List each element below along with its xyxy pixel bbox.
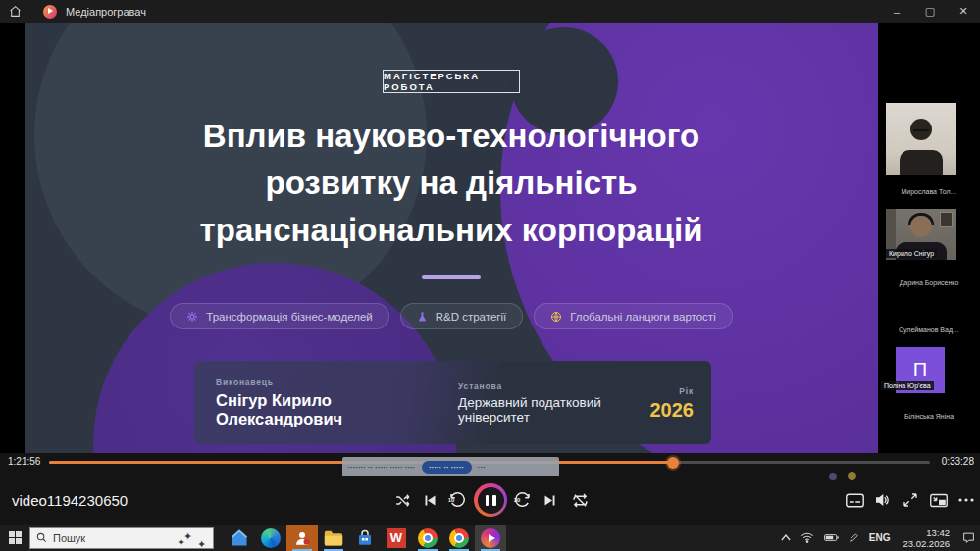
play-circle-icon (481, 528, 500, 548)
slide-footer-card: Виконавець Снігур Кирило Олександрович У… (194, 361, 711, 444)
avatar (910, 216, 932, 237)
tray-chevron-icon[interactable] (776, 525, 796, 551)
fullscreen-button[interactable] (897, 486, 924, 514)
decor-dot (848, 472, 856, 480)
avatar (913, 129, 929, 133)
repeat-off-icon (572, 492, 589, 509)
taskbar: Пошук ✦✦✦ (0, 525, 980, 551)
notification-button-illegible[interactable]: ▪▪▪▪▪ ▪▪ ▪▪▪▪▪ (422, 461, 473, 474)
w-letter-icon: W (387, 528, 406, 548)
titlebar: Медіапрогравач – ▢ ✕ (0, 0, 980, 23)
search-highlights-icon: ✦✦✦ (176, 529, 209, 549)
elapsed-time: 1:21:56 (8, 456, 40, 467)
volume-icon (873, 492, 891, 508)
avatar (940, 212, 953, 227)
home-app-icon[interactable] (224, 525, 255, 551)
institution-block: Установа Державний податковий університе… (433, 381, 649, 425)
house-icon (230, 528, 249, 548)
decor-dot (829, 473, 837, 480)
rewind-10-button[interactable]: 10 (443, 486, 471, 514)
orange-app-icon[interactable] (286, 525, 318, 551)
home-icon[interactable] (0, 0, 29, 23)
remaining-time: 0:33:28 (942, 456, 974, 467)
chip-label: R&D стратегії (436, 311, 507, 323)
shuffle-icon (394, 492, 411, 509)
chip-rd-strategy: R&D стратегії (400, 303, 524, 329)
media-player-taskbar-icon[interactable] (475, 525, 506, 551)
person-icon (293, 529, 311, 547)
folder-icon (324, 529, 343, 546)
search-input[interactable]: Пошук ✦✦✦ (29, 527, 214, 549)
avatar (900, 150, 943, 175)
executor-name: Снігур Кирило Олександрович (216, 391, 433, 428)
slide-title-line: розвитку на діяльність (83, 160, 819, 207)
participant-name: Кирило Снігур (886, 249, 937, 258)
forward-30-label: 30 (514, 497, 521, 503)
presentation-slide: МАГІСТЕРСЬКА РОБОТА Вплив науково-технол… (25, 23, 878, 453)
pause-icon (478, 487, 504, 514)
chip-value-chains: Глобальні ланцюги вартості (534, 303, 732, 329)
picture-in-picture-icon (930, 493, 948, 508)
participants-sidebar: Мирослава Тол… Кирило Снігур Дарина Бори… (878, 23, 980, 453)
chip-label: Глобальні ланцюги вартості (570, 311, 715, 323)
slide-title-line: Вплив науково-технологічного (83, 113, 819, 160)
institution-name: Державний податковий університет (458, 395, 649, 425)
slide-title: Вплив науково-технологічного розвитку на… (83, 113, 819, 254)
seek-knob[interactable] (667, 457, 679, 469)
chrome-icon (418, 528, 438, 548)
pen-icon[interactable] (844, 525, 864, 551)
title-divider (422, 276, 481, 279)
video-viewport[interactable]: МАГІСТЕРСЬКА РОБОТА Вплив науково-технол… (0, 23, 980, 453)
year-value: 2026 (650, 400, 695, 420)
tray-time: 13:42 (903, 527, 950, 538)
network-icon[interactable] (796, 525, 819, 551)
language-indicator[interactable]: ENG (864, 525, 896, 551)
previous-track-icon (423, 493, 438, 508)
system-tray: ENG 13:42 23.02.2026 (776, 525, 980, 551)
more-options-button[interactable] (953, 486, 980, 514)
battery-icon[interactable] (819, 525, 844, 551)
search-placeholder: Пошук (53, 532, 85, 544)
next-track-icon (542, 493, 557, 508)
more-options-icon (958, 498, 974, 502)
repeat-off-button[interactable] (566, 486, 593, 514)
clock[interactable]: 13:42 23.02.2026 (895, 527, 957, 549)
participant-name: Білінська Яніна (878, 413, 980, 420)
tray-date: 23.02.2026 (903, 538, 950, 549)
chrome-browser-icon-2[interactable] (443, 525, 475, 551)
executor-block: Виконавець Снігур Кирило Олександрович (194, 377, 433, 428)
executor-label: Виконавець (216, 377, 433, 387)
participant-video (886, 103, 956, 175)
forward-30-button[interactable]: 30 (509, 486, 537, 514)
globe-icon (550, 311, 562, 323)
subtitles-button[interactable] (841, 486, 868, 514)
file-explorer-icon[interactable] (318, 525, 349, 551)
store-app-icon[interactable] (349, 525, 381, 551)
participant-name: Поліна Юр'єва (881, 381, 934, 390)
maximize-button[interactable]: ▢ (913, 0, 947, 23)
volume-button[interactable] (868, 486, 896, 514)
start-button[interactable] (0, 525, 29, 551)
chrome-browser-icon[interactable] (412, 525, 443, 551)
notification-text-illegible: ▪▪▪ (478, 465, 486, 470)
mini-player-button[interactable] (925, 486, 953, 514)
w-app-icon[interactable]: W (381, 525, 412, 551)
close-button[interactable]: ✕ (947, 0, 980, 23)
shuffle-button[interactable] (388, 486, 416, 514)
participant-name: Сулейманов Вад… (878, 326, 980, 333)
slide-title-line: транснаціональних корпорацій (83, 207, 819, 254)
minimize-button[interactable]: – (880, 0, 913, 23)
previous-button[interactable] (416, 486, 443, 514)
media-player-window: Медіапрогравач – ▢ ✕ МАГІСТЕРСЬКА РОБОТА… (0, 0, 980, 551)
pause-button[interactable] (474, 483, 507, 517)
action-center-icon[interactable] (957, 525, 980, 551)
edge-browser-icon[interactable] (255, 525, 286, 551)
fullscreen-icon (903, 492, 918, 508)
next-button[interactable] (536, 486, 563, 514)
subtitles-icon (846, 493, 864, 508)
chip-label: Трансформація бізнес-моделей (206, 311, 372, 323)
participant-name: Дарина Борисенко (878, 279, 980, 286)
rewind-10-label: 10 (448, 497, 455, 503)
avatar-initial: П (913, 359, 927, 381)
media-title: video1194230650 (12, 492, 128, 509)
